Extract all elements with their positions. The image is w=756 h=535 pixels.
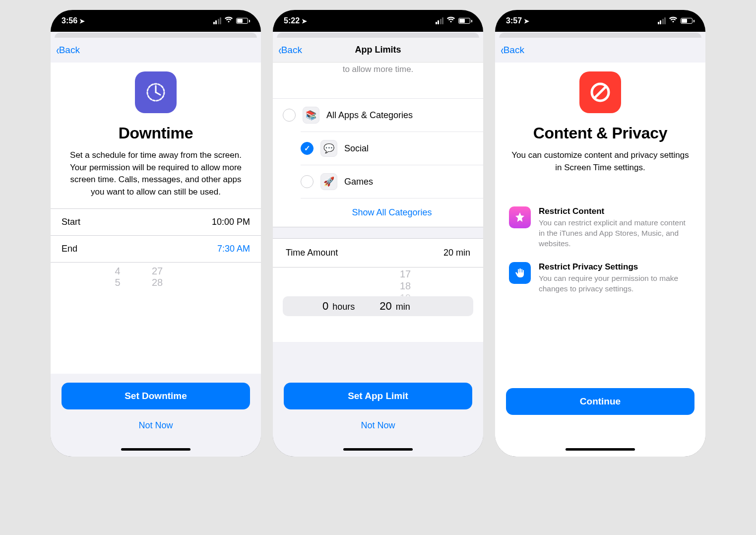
- chevron-left-icon: ‹: [56, 44, 59, 57]
- sheet-handle: [55, 33, 257, 38]
- back-button[interactable]: ‹ Back: [56, 44, 80, 57]
- downtime-icon: [135, 71, 177, 113]
- end-row[interactable]: End 7:30 AM: [51, 236, 261, 263]
- nav-bar: ‹ Back App Limits: [273, 38, 483, 63]
- nav-title: App Limits: [273, 45, 483, 55]
- end-label: End: [62, 244, 77, 254]
- phone-app-limits: 5:22 ➤ ‹ Back App Limits to allow more t…: [273, 10, 483, 457]
- back-button[interactable]: ‹ Back: [500, 44, 524, 57]
- status-time: 5:22: [284, 16, 300, 25]
- games-icon: 🚀: [320, 173, 337, 190]
- battery-icon: [681, 18, 694, 24]
- time-amount-value: 20 min: [443, 248, 470, 258]
- show-all-categories-button[interactable]: Show All Categories: [301, 198, 483, 227]
- time-picker-preview[interactable]: 4 5 27 28: [51, 263, 261, 288]
- picker-hours: 0: [322, 300, 328, 313]
- category-list: 📚 All Apps & Categories 💬 Social 🚀 Games…: [273, 98, 483, 227]
- category-row-all[interactable]: 📚 All Apps & Categories: [273, 98, 483, 132]
- start-value: 10:00 PM: [212, 217, 250, 227]
- phone-content-privacy: 3:57 ➤ ‹ Back Content & Privacy You can …: [495, 10, 705, 457]
- svg-line-2: [595, 87, 606, 98]
- all-apps-icon: 📚: [303, 107, 319, 124]
- set-downtime-button[interactable]: Set Downtime: [62, 383, 250, 409]
- end-value: 7:30 AM: [217, 244, 250, 254]
- set-app-limit-button[interactable]: Set App Limit: [284, 383, 472, 409]
- not-now-button[interactable]: Not Now: [284, 414, 472, 437]
- page-description: Set a schedule for time away from the sc…: [63, 149, 248, 199]
- cellular-icon: [436, 17, 444, 24]
- back-button[interactable]: ‹ Back: [278, 44, 302, 57]
- page-title: Downtime: [63, 124, 248, 142]
- page-title: Content & Privacy: [508, 124, 693, 142]
- chevron-left-icon: ‹: [278, 44, 281, 57]
- wifi-icon: [446, 16, 455, 25]
- duration-picker[interactable]: 17 18 19 0 hours 20 min: [273, 268, 483, 342]
- picker-minutes-unit: min: [396, 302, 410, 312]
- home-indicator[interactable]: [495, 442, 705, 457]
- battery-icon: [458, 18, 472, 24]
- start-label: Start: [62, 217, 80, 227]
- location-icon: ➤: [302, 17, 307, 25]
- status-bar: 3:57 ➤: [495, 10, 705, 32]
- continue-button[interactable]: Continue: [506, 388, 694, 415]
- social-icon: 💬: [320, 140, 337, 157]
- page-description: You can customize content and privacy se…: [508, 149, 693, 174]
- feature-desc: You can require your permission to make …: [539, 273, 692, 294]
- picker-minutes: 20: [379, 300, 391, 313]
- location-icon: ➤: [79, 17, 85, 25]
- status-time: 3:56: [62, 16, 77, 25]
- status-bar: 5:22 ➤: [273, 10, 483, 32]
- start-row[interactable]: Start 10:00 PM: [51, 209, 261, 236]
- location-icon: ➤: [524, 17, 529, 25]
- home-indicator[interactable]: [273, 442, 483, 457]
- radio-unchecked[interactable]: [301, 175, 314, 188]
- feature-restrict-privacy: Restrict Privacy Settings You can requir…: [495, 262, 705, 307]
- not-now-button[interactable]: Not Now: [62, 414, 250, 437]
- battery-icon: [236, 18, 250, 24]
- status-time: 3:57: [506, 16, 522, 25]
- feature-title: Restrict Content: [539, 206, 692, 216]
- radio-unchecked[interactable]: [283, 109, 296, 122]
- wifi-icon: [224, 16, 233, 25]
- category-label: All Apps & Categories: [326, 110, 413, 121]
- hand-icon: [509, 262, 531, 284]
- back-label: Back: [59, 45, 80, 56]
- sheet-handle: [277, 33, 479, 38]
- home-indicator[interactable]: [51, 442, 261, 457]
- category-row-social[interactable]: 💬 Social: [301, 132, 483, 165]
- back-label: Back: [281, 45, 302, 56]
- radio-checked[interactable]: [301, 142, 314, 155]
- cellular-icon: [658, 17, 666, 24]
- hero: Downtime Set a schedule for time away fr…: [51, 63, 261, 208]
- truncated-description: to allow more time.: [273, 63, 483, 78]
- back-label: Back: [504, 45, 524, 56]
- category-row-games[interactable]: 🚀 Games: [301, 165, 483, 198]
- restrict-icon: [579, 71, 621, 113]
- nav-bar: ‹ Back: [51, 38, 261, 63]
- sheet-handle: [499, 33, 701, 38]
- time-amount-row[interactable]: Time Amount 20 min: [273, 239, 483, 268]
- nav-bar: ‹ Back: [495, 38, 705, 63]
- category-label: Games: [344, 177, 373, 187]
- cellular-icon: [213, 17, 222, 24]
- hero: Content & Privacy You can customize cont…: [495, 63, 705, 184]
- status-bar: 3:56 ➤: [51, 10, 261, 32]
- star-icon: [509, 206, 531, 228]
- feature-restrict-content: Restrict Content You can restrict explic…: [495, 206, 705, 262]
- wifi-icon: [669, 16, 678, 25]
- category-label: Social: [344, 143, 369, 154]
- time-amount-label: Time Amount: [286, 248, 338, 258]
- picker-hours-unit: hours: [332, 302, 355, 312]
- feature-title: Restrict Privacy Settings: [539, 262, 692, 272]
- feature-desc: You can restrict explicit and mature con…: [539, 218, 692, 249]
- phone-downtime: 3:56 ➤ ‹ Back Downtime Set a schedule fo…: [51, 10, 261, 457]
- chevron-left-icon: ‹: [501, 44, 504, 57]
